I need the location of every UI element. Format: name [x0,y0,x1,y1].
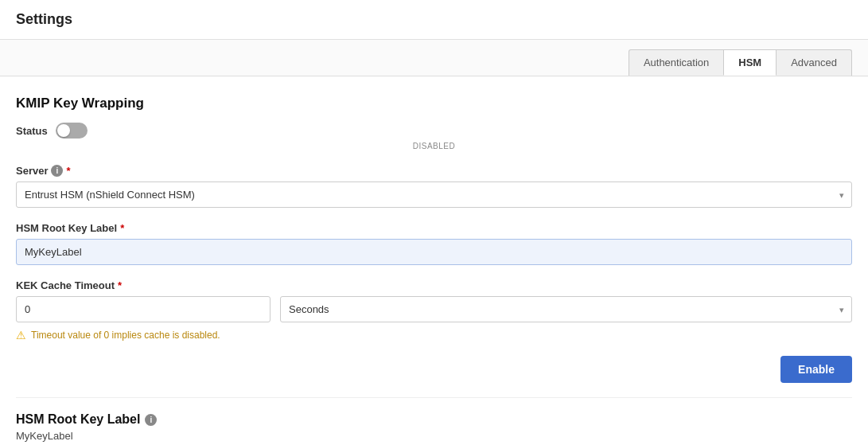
tab-bar: Authentication HSM Advanced [0,40,868,76]
server-select-wrapper: Entrust HSM (nShield Connect HSM) ▾ [16,182,852,208]
page-header: Settings [0,0,868,40]
server-info-icon: i [51,165,63,177]
page-title: Settings [16,11,72,27]
kek-unit-select[interactable]: Seconds Minutes Hours [280,296,852,322]
server-field-label: Server i * [16,165,852,177]
hsm-root-key-required-star: * [120,222,124,234]
tab-advanced[interactable]: Advanced [776,49,852,76]
kek-timeout-input[interactable] [16,296,271,322]
hsm-root-key-label-input[interactable] [16,239,852,265]
sub-section-value: MyKeyLabel [16,430,852,442]
kek-warning-row: ⚠ Timeout value of 0 implies cache is di… [16,329,852,342]
warning-icon: ⚠ [16,329,26,342]
toggle-track [56,123,88,139]
warning-text: Timeout value of 0 implies cache is disa… [31,330,220,341]
sub-section-title: HSM Root Key Label i [16,412,852,427]
settings-page: Settings Authentication HSM Advanced KMI… [0,0,868,445]
toggle-thumb [57,124,70,137]
content-area: KMIP Key Wrapping Status DISABLED Server… [0,76,868,445]
server-required-star: * [66,165,70,177]
hsm-root-key-label-field-label: HSM Root Key Label * [16,222,852,234]
kek-cache-timeout-label: KEK Cache Timeout * [16,279,852,291]
status-toggle[interactable] [56,123,88,139]
divider [16,397,852,398]
server-field-section: Server i * Entrust HSM (nShield Connect … [16,165,852,208]
kek-inline-fields: Seconds Minutes Hours ▾ [16,296,852,322]
tab-hsm[interactable]: HSM [723,49,777,76]
kek-required-star: * [118,279,122,291]
status-row: Status [16,123,852,139]
status-disabled-label: DISABLED [16,142,852,150]
hsm-root-key-label-input-section: HSM Root Key Label * [16,222,852,265]
status-label: Status [16,125,48,137]
sub-section-info-icon: i [145,414,157,426]
section-title: KMIP Key Wrapping [16,96,852,111]
tab-authentication[interactable]: Authentication [629,49,724,76]
kek-unit-select-wrapper: Seconds Minutes Hours ▾ [280,296,852,322]
server-select[interactable]: Entrust HSM (nShield Connect HSM) [16,182,852,208]
enable-button[interactable]: Enable [780,356,852,383]
sub-section: HSM Root Key Label i MyKeyLabel [16,412,852,442]
kek-cache-timeout-section: KEK Cache Timeout * Seconds Minutes Hour… [16,279,852,342]
action-row: Enable [16,356,852,383]
